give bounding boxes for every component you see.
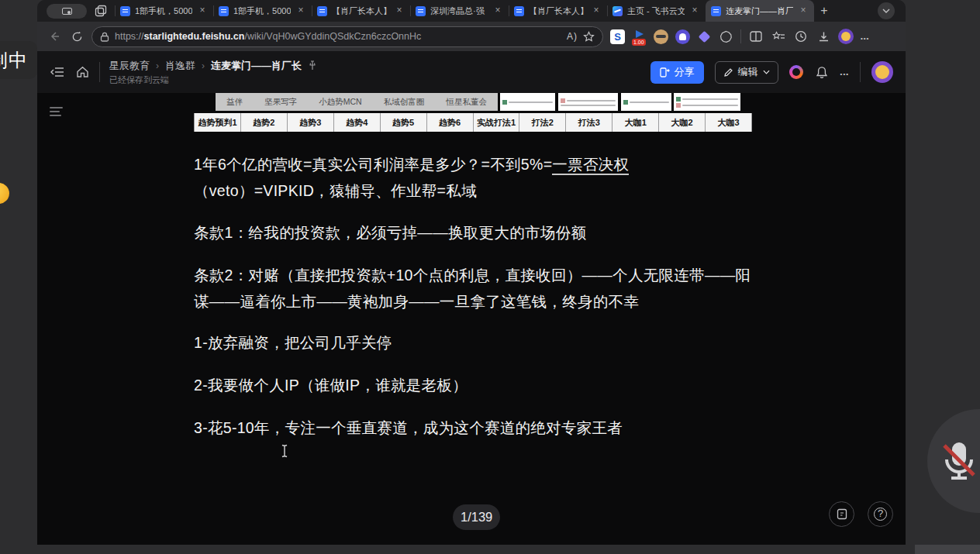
favorites-bar-icon[interactable]	[771, 29, 786, 44]
read-aloud-icon[interactable]	[567, 31, 578, 42]
table-cell[interactable]: 打法3	[566, 113, 612, 132]
header-divider	[860, 62, 861, 82]
table-thumbnail-cell[interactable]	[500, 93, 555, 111]
table-cell[interactable]: 趋势4	[334, 113, 381, 132]
table-thumbnail-cell[interactable]	[558, 93, 618, 111]
chevron-down-icon	[763, 70, 770, 74]
table-cell[interactable]: 趋势2	[241, 113, 288, 132]
table-cell[interactable]: 大咖1	[612, 113, 659, 132]
table-cell[interactable]: 益伴	[226, 97, 243, 108]
tab-title: 深圳湾晶总·强	[430, 5, 488, 17]
extension-avatar-icon[interactable]	[654, 29, 668, 44]
extension-cookie-icon[interactable]	[719, 29, 733, 44]
table-cell[interactable]: 坚果写字	[264, 97, 297, 108]
document-icon	[317, 6, 327, 16]
document-icon	[416, 6, 426, 16]
browser-tab[interactable]: 主页 - 飞书云文档	[607, 0, 706, 22]
home-icon[interactable]	[74, 64, 90, 80]
paragraph: 条款2：对赌（直接把投资款+10个点的利息，直接收回）——个人无限连带——阳谋—…	[194, 262, 760, 315]
link-preview-thumbnail	[676, 97, 738, 102]
browser-tab-active[interactable]: 连麦掌门——肖厂	[706, 0, 814, 22]
link-preview-thumbnail	[561, 98, 616, 103]
table-cell[interactable]: 大咖3	[706, 113, 752, 132]
record-ring-icon[interactable]	[789, 65, 803, 79]
edit-button[interactable]: 编辑	[715, 61, 778, 84]
table-cell[interactable]: 小趋势MCN	[319, 97, 361, 108]
extension-gem-icon[interactable]	[697, 29, 712, 44]
close-icon[interactable]	[591, 5, 602, 16]
extension-flag-icon[interactable]: 1.00	[632, 29, 647, 44]
breadcrumb-item-current[interactable]: 连麦掌门——肖厂长	[211, 59, 302, 73]
table-cell[interactable]: 趋势6	[427, 113, 474, 132]
help-button[interactable]	[868, 501, 893, 527]
favorite-star-icon[interactable]	[583, 31, 595, 43]
browser-tab[interactable]: 1部手机，5000	[213, 0, 312, 22]
outline-toggle-icon[interactable]	[50, 107, 63, 119]
feishu-header-right: 分享 编辑	[650, 61, 893, 84]
breadcrumb: 星辰教育 肖逸群 连麦掌门——肖厂长 已经保存到云端	[109, 59, 317, 86]
link-preview-thumbnail	[676, 103, 738, 108]
notification-bell-icon[interactable]	[814, 64, 830, 80]
history-icon[interactable]	[793, 29, 809, 44]
tab-workspaces-icon[interactable]	[95, 5, 107, 17]
extension-ghost-icon[interactable]	[675, 29, 690, 44]
tab-title: 1部手机，5000	[135, 5, 192, 17]
muted-microphone-icon	[941, 439, 977, 483]
desktop-corner-patch	[915, 545, 980, 554]
link-preview-thumbnail	[502, 100, 553, 105]
browser-tab[interactable]: 【肖厂长本人】	[312, 0, 410, 22]
table-cell[interactable]: 实战打法1	[474, 113, 520, 132]
document-icon	[120, 6, 130, 16]
more-menu-icon[interactable]	[840, 66, 849, 78]
feishu-logo-icon	[612, 6, 623, 16]
browser-profile-avatar[interactable]	[838, 29, 854, 44]
page-indicator: 1/139	[453, 504, 500, 530]
split-screen-icon[interactable]	[748, 29, 764, 44]
table-cell[interactable]: 大咖2	[659, 113, 706, 132]
header-divider	[99, 62, 100, 82]
breadcrumb-separator	[156, 60, 159, 71]
back-icon[interactable]	[47, 29, 62, 44]
close-icon[interactable]	[492, 5, 503, 16]
close-icon[interactable]	[394, 5, 405, 16]
downloads-icon[interactable]	[816, 29, 831, 44]
table-thumbnail-cell[interactable]	[674, 93, 740, 111]
comment-notes-button[interactable]	[829, 501, 854, 527]
table-cell[interactable]: 趋势预判1	[194, 113, 241, 132]
close-icon[interactable]	[798, 5, 809, 16]
browser-tab[interactable]: 【肖厂长本人】	[509, 0, 607, 22]
table-cell[interactable]: 私域创富圈	[384, 97, 425, 108]
new-tab-button[interactable]	[814, 1, 834, 21]
paragraph: 3-花5-10年，专注一个垂直赛道，成为这个赛道的绝对专家王者	[194, 415, 760, 441]
table-thumbnail-cell[interactable]	[621, 93, 671, 111]
close-icon[interactable]	[295, 5, 306, 16]
table-cell[interactable]: 打法2	[519, 113, 566, 132]
tab-list-dropdown[interactable]	[878, 2, 895, 19]
table-cell[interactable]: 趋势5	[381, 113, 427, 132]
close-icon[interactable]	[689, 5, 700, 16]
close-icon[interactable]	[197, 5, 208, 16]
breadcrumb-item[interactable]: 肖逸群	[165, 59, 195, 73]
refresh-icon[interactable]	[69, 29, 85, 44]
browser-tab[interactable]: 1部手机，5000	[115, 0, 213, 22]
browser-tab[interactable]: 深圳湾晶总·强	[410, 0, 509, 22]
extension-s-icon[interactable]	[610, 29, 625, 44]
tab-title: 1部手机，5000	[233, 5, 291, 17]
mute-microphone-button[interactable]	[927, 409, 980, 513]
share-button[interactable]: 分享	[650, 61, 704, 84]
user-avatar[interactable]	[871, 61, 893, 83]
table-cell[interactable]: 趋势3	[288, 113, 334, 132]
address-bar[interactable]: https://starlightedu.feishu.cn/wiki/VqH0…	[91, 26, 603, 47]
pin-icon[interactable]	[308, 60, 317, 71]
feishu-header: 星辰教育 肖逸群 连麦掌门——肖厂长 已经保存到云端 分享	[37, 51, 906, 93]
browser-menu-icon[interactable]	[861, 30, 869, 43]
screen-share-button[interactable]	[47, 4, 87, 19]
paragraph: 2-我要做个人IP（谁做IP，谁就是老板）	[194, 372, 760, 398]
breadcrumb-item[interactable]: 星辰教育	[109, 59, 150, 73]
paragraph-text: （veto）=VIPKID，猿辅导、作业帮=私域	[194, 182, 477, 199]
sidebar-toggle-icon[interactable]	[50, 64, 65, 80]
table-row-headers: 益伴 坚果写字 小趋势MCN 私域创富圈 恒星私董会	[216, 93, 498, 111]
lock-icon	[100, 32, 109, 42]
table-cell[interactable]: 恒星私董会	[446, 97, 487, 108]
share-icon	[660, 67, 670, 77]
